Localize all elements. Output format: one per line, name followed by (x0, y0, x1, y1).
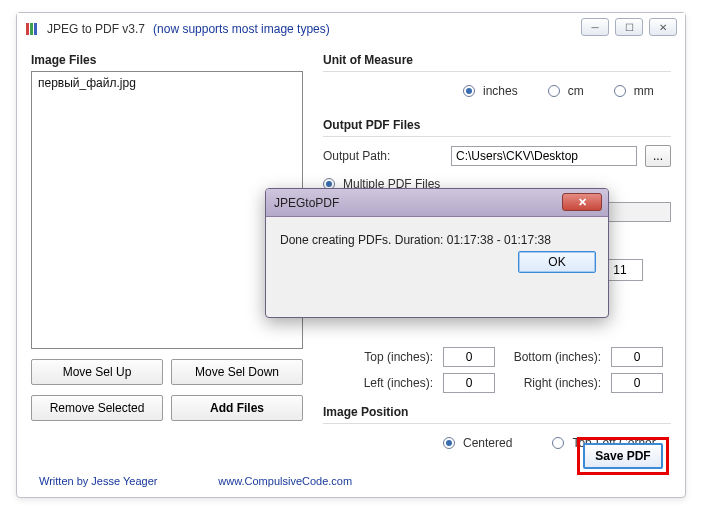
move-up-button[interactable]: Move Sel Up (31, 359, 163, 385)
maximize-button[interactable]: ☐ (615, 18, 643, 36)
titlebar[interactable]: JPEG to PDF v3.7 (now supports most imag… (17, 13, 685, 45)
unit-mm-label: mm (634, 84, 654, 98)
remove-selected-button[interactable]: Remove Selected (31, 395, 163, 421)
browse-button[interactable]: ... (645, 145, 671, 167)
dialog-titlebar[interactable]: JPEGtoPDF ✕ (266, 189, 608, 217)
title: JPEG to PDF v3.7 (47, 22, 145, 36)
subtitle: (now supports most image types) (153, 22, 330, 36)
author-link[interactable]: Written by Jesse Yeager (39, 475, 157, 487)
message-dialog: JPEGtoPDF ✕ Done creating PDFs. Duration… (265, 188, 609, 318)
output-path-label: Output Path: (323, 149, 443, 163)
output-heading: Output PDF Files (323, 118, 671, 132)
move-down-button[interactable]: Move Sel Down (171, 359, 303, 385)
unit-inches-label: inches (483, 84, 518, 98)
save-pdf-button[interactable]: Save PDF (583, 443, 663, 469)
unit-cm-radio[interactable] (548, 85, 560, 97)
close-button[interactable]: ✕ (649, 18, 677, 36)
file-list-item[interactable]: первый_файл.jpg (38, 76, 296, 90)
site-link[interactable]: www.CompulsiveCode.com (218, 475, 352, 487)
unit-cm-label: cm (568, 84, 584, 98)
margin-right-label: Right (inches): (505, 376, 601, 390)
centered-label: Centered (463, 436, 512, 450)
margin-top-input[interactable] (443, 347, 495, 367)
svg-rect-0 (26, 23, 29, 35)
svg-rect-2 (34, 23, 37, 35)
dialog-ok-button[interactable]: OK (518, 251, 596, 273)
output-path-input[interactable] (451, 146, 637, 166)
unit-heading: Unit of Measure (323, 53, 671, 67)
app-icon (25, 21, 41, 37)
topleft-radio[interactable] (552, 437, 564, 449)
margin-top-label: Top (inches): (345, 350, 433, 364)
add-files-button[interactable]: Add Files (171, 395, 303, 421)
margin-bottom-input[interactable] (611, 347, 663, 367)
margin-left-input[interactable] (443, 373, 495, 393)
file-list[interactable]: первый_файл.jpg (31, 71, 303, 349)
margin-right-input[interactable] (611, 373, 663, 393)
centered-radio[interactable] (443, 437, 455, 449)
dialog-message: Done creating PDFs. Duration: 01:17:38 -… (266, 217, 608, 251)
position-heading: Image Position (323, 405, 671, 419)
dialog-close-button[interactable]: ✕ (562, 193, 602, 211)
margin-bottom-label: Bottom (inches): (505, 350, 601, 364)
svg-rect-1 (30, 23, 33, 35)
margin-left-label: Left (inches): (345, 376, 433, 390)
minimize-button[interactable]: ─ (581, 18, 609, 36)
unit-mm-radio[interactable] (614, 85, 626, 97)
unit-inches-radio[interactable] (463, 85, 475, 97)
image-files-heading: Image Files (31, 53, 303, 67)
dialog-title: JPEGtoPDF (274, 196, 339, 210)
